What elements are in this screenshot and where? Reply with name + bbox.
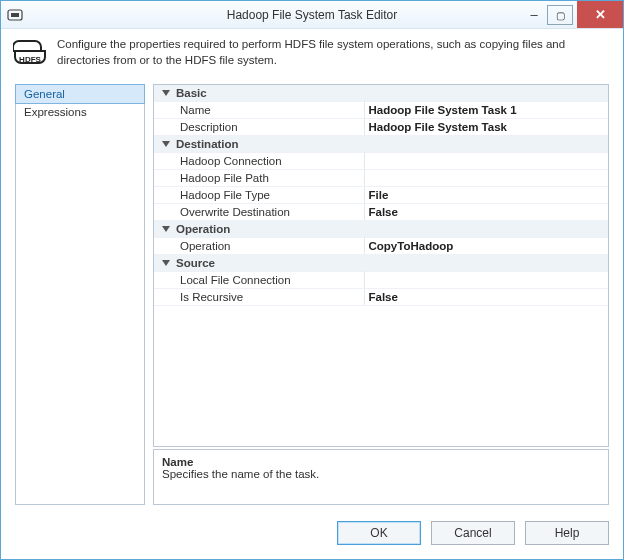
property-row[interactable]: Local File Connection <box>154 272 608 289</box>
category-row[interactable]: Destination <box>154 136 608 153</box>
property-value[interactable]: False <box>364 204 608 221</box>
collapse-icon[interactable] <box>162 90 170 96</box>
property-row[interactable]: Hadoop Connection <box>154 153 608 170</box>
cancel-button[interactable]: Cancel <box>431 521 515 545</box>
help-description: Specifies the name of the task. <box>162 468 600 480</box>
property-value[interactable]: File <box>364 187 608 204</box>
window-title: Hadoop File System Task Editor <box>1 8 623 22</box>
property-value[interactable]: False <box>364 289 608 306</box>
property-label: Hadoop File Type <box>154 187 364 204</box>
property-row[interactable]: Name Hadoop File System Task 1 <box>154 102 608 119</box>
property-row[interactable]: Is Recursive False <box>154 289 608 306</box>
hdfs-icon: HDFS <box>13 37 47 67</box>
property-row[interactable]: Hadoop File Type File <box>154 187 608 204</box>
category-label: Operation <box>176 223 230 235</box>
property-value[interactable] <box>364 153 608 170</box>
property-value[interactable] <box>364 272 608 289</box>
svg-text:HDFS: HDFS <box>19 55 41 64</box>
category-label: Basic <box>176 87 207 99</box>
category-label: Source <box>176 257 215 269</box>
property-grid[interactable]: Basic Name Hadoop File System Task 1 Des… <box>153 84 609 447</box>
property-value[interactable]: CopyToHadoop <box>364 238 608 255</box>
property-label: Is Recursive <box>154 289 364 306</box>
property-label: Hadoop File Path <box>154 170 364 187</box>
sidebar-item-general[interactable]: General <box>15 84 145 104</box>
property-value[interactable]: Hadoop File System Task <box>364 119 608 136</box>
help-title: Name <box>162 456 600 468</box>
property-label: Description <box>154 119 364 136</box>
header-description: Configure the properties required to per… <box>57 37 609 68</box>
property-label: Local File Connection <box>154 272 364 289</box>
property-label: Name <box>154 102 364 119</box>
category-row[interactable]: Operation <box>154 221 608 238</box>
category-label: Destination <box>176 138 239 150</box>
help-pane: Name Specifies the name of the task. <box>153 449 609 505</box>
help-button[interactable]: Help <box>525 521 609 545</box>
property-pane: Basic Name Hadoop File System Task 1 Des… <box>153 84 609 505</box>
task-editor-window: Hadoop File System Task Editor – ▢ ✕ HDF… <box>0 0 624 560</box>
property-row[interactable]: Hadoop File Path <box>154 170 608 187</box>
ok-button[interactable]: OK <box>337 521 421 545</box>
property-label: Hadoop Connection <box>154 153 364 170</box>
property-row[interactable]: Overwrite Destination False <box>154 204 608 221</box>
nav-sidebar: General Expressions <box>15 84 145 505</box>
collapse-icon[interactable] <box>162 141 170 147</box>
property-value[interactable] <box>364 170 608 187</box>
category-row[interactable]: Basic <box>154 85 608 102</box>
sidebar-item-label: Expressions <box>24 106 87 118</box>
property-value[interactable]: Hadoop File System Task 1 <box>364 102 608 119</box>
titlebar: Hadoop File System Task Editor – ▢ ✕ <box>1 1 623 29</box>
sidebar-item-label: General <box>24 88 65 100</box>
header: HDFS Configure the properties required t… <box>1 29 623 78</box>
category-row[interactable]: Source <box>154 255 608 272</box>
property-label: Overwrite Destination <box>154 204 364 221</box>
sidebar-item-expressions[interactable]: Expressions <box>16 103 144 121</box>
property-label: Operation <box>154 238 364 255</box>
dialog-body: General Expressions Basic Name Hadoop Fi… <box>1 78 623 505</box>
property-row[interactable]: Description Hadoop File System Task <box>154 119 608 136</box>
property-row[interactable]: Operation CopyToHadoop <box>154 238 608 255</box>
dialog-footer: OK Cancel Help <box>1 505 623 559</box>
collapse-icon[interactable] <box>162 226 170 232</box>
collapse-icon[interactable] <box>162 260 170 266</box>
